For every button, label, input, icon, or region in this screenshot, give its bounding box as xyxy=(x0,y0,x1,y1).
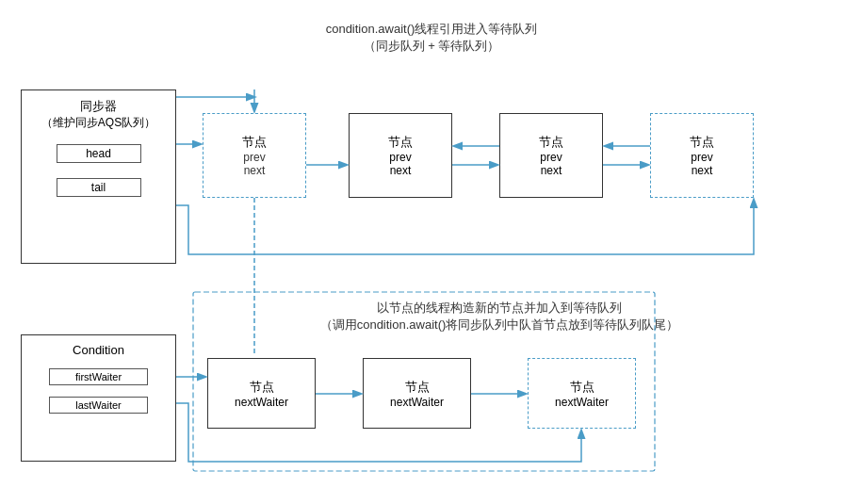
sync-node-4-next: next xyxy=(692,164,713,177)
wait-node-1: 节点 nextWaiter xyxy=(207,358,316,429)
wait-node-2-label: 节点 xyxy=(405,379,430,396)
wait-node-1-label: 节点 xyxy=(250,379,274,396)
wait-node-1-sub: nextWaiter xyxy=(235,396,288,409)
condition-label: Condition xyxy=(22,343,175,357)
synchronizer-box: 同步器 （维护同步AQS队列） head tail xyxy=(21,89,176,264)
head-box: head xyxy=(57,144,141,163)
sync-node-2: 节点 prev next xyxy=(349,113,452,198)
tail-box: tail xyxy=(57,178,141,197)
sync-node-1-prev: prev xyxy=(243,151,265,164)
sync-node-4: 节点 prev next xyxy=(650,113,754,198)
sync-node-4-prev: prev xyxy=(691,151,712,164)
title-line2: （同步队列 + 等待队列） xyxy=(0,38,863,55)
sync-node-3-prev: prev xyxy=(540,151,562,164)
middle-text-line1: 以节点的线程构造新的节点并加入到等待队列 xyxy=(264,300,735,317)
sync-node-1: 节点 prev next xyxy=(203,113,306,198)
title: condition.await()线程引用进入等待队列 （同步队列 + 等待队列… xyxy=(0,21,863,55)
sync-node-3-next: next xyxy=(541,164,562,177)
synchronizer-label2: （维护同步AQS队列） xyxy=(22,115,175,131)
sync-node-1-label: 节点 xyxy=(242,134,267,151)
title-line1: condition.await()线程引用进入等待队列 xyxy=(0,21,863,38)
wait-node-2-sub: nextWaiter xyxy=(390,396,444,409)
middle-text-line2: （调用condition.await()将同步队列中队首节点放到等待队列队尾） xyxy=(264,317,735,333)
sync-node-2-next: next xyxy=(390,164,412,177)
first-waiter-box: firstWaiter xyxy=(49,368,148,385)
sync-node-1-next: next xyxy=(244,164,266,177)
sync-node-2-label: 节点 xyxy=(388,134,413,151)
condition-box: Condition firstWaiter lastWaiter xyxy=(21,334,176,462)
sync-node-4-label: 节点 xyxy=(690,134,714,151)
synchronizer-label1: 同步器 xyxy=(22,98,175,115)
sync-node-2-prev: prev xyxy=(389,151,411,164)
wait-node-2: 节点 nextWaiter xyxy=(363,358,471,429)
diagram-canvas: condition.await()线程引用进入等待队列 （同步队列 + 等待队列… xyxy=(0,0,863,504)
last-waiter-box: lastWaiter xyxy=(49,397,148,414)
sync-node-3: 节点 prev next xyxy=(499,113,603,198)
sync-node-3-label: 节点 xyxy=(539,134,563,151)
wait-node-3-sub: nextWaiter xyxy=(555,396,609,409)
middle-text: 以节点的线程构造新的节点并加入到等待队列 （调用condition.await(… xyxy=(264,300,735,333)
wait-node-3-label: 节点 xyxy=(570,379,594,396)
wait-node-3: 节点 nextWaiter xyxy=(528,358,636,429)
